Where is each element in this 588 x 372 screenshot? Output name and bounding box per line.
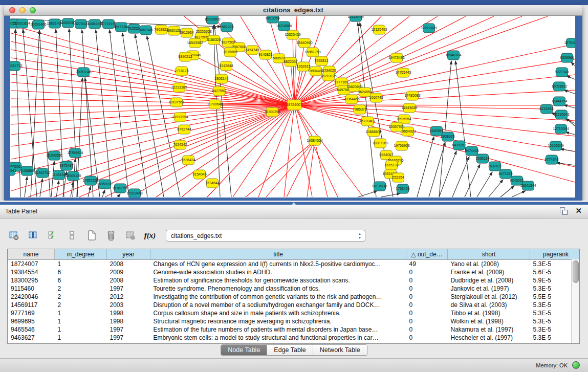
graph-node[interactable]: 16033809 — [204, 16, 220, 24]
table-row[interactable]: 977716911998Corpus callosum shape and si… — [8, 309, 580, 317]
graph-node[interactable]: 18640910 — [296, 38, 312, 48]
graph-node[interactable]: 16782759 — [112, 184, 128, 193]
graph-node[interactable]: 11543639 — [402, 103, 418, 113]
graph-node[interactable]: 6466160 — [88, 19, 101, 29]
graph-node[interactable]: 20364456 — [343, 95, 359, 104]
function-builder-icon[interactable]: f(x) — [143, 229, 157, 242]
table-settings-icon[interactable] — [7, 229, 20, 242]
column-header-title[interactable]: title — [150, 249, 406, 260]
graph-node[interactable]: 9975487 — [59, 161, 73, 170]
graph-node[interactable]: 16543982 — [187, 38, 203, 48]
graph-node[interactable]: 8471676 — [498, 169, 512, 179]
graph-node[interactable]: 7632621 — [488, 162, 502, 171]
tab-network-table[interactable]: Network Table — [313, 345, 367, 355]
graph-node[interactable]: 16210643 — [553, 110, 569, 119]
graph-node[interactable]: 18724007 — [286, 100, 302, 110]
graph-node[interactable]: 7634544 — [205, 179, 219, 188]
graph-node[interactable]: 7963822 — [154, 25, 168, 34]
column-header-out_de[interactable]: △ out_de… — [406, 249, 448, 260]
graph-node[interactable]: 20691406 — [30, 20, 46, 29]
network-graph-svg[interactable]: 1872400779638228960128891293423226058982… — [10, 16, 575, 198]
column-header-year[interactable]: year — [107, 249, 150, 260]
graph-node[interactable]: 8912934 — [180, 28, 193, 37]
graph-node[interactable]: 19473493 — [388, 53, 404, 62]
graph-node[interactable]: 12444154 — [551, 97, 567, 106]
graph-node[interactable]: 11700649 — [207, 100, 223, 109]
graph-node[interactable]: 13505135 — [65, 171, 81, 181]
graph-node[interactable]: 18807263 — [372, 139, 388, 148]
graph-node[interactable]: 7857223 — [220, 23, 233, 32]
column-visibility-icon[interactable] — [27, 229, 40, 242]
graph-node[interactable]: 12103349 — [548, 141, 563, 150]
graph-node[interactable]: 8813054 — [266, 16, 279, 23]
tab-edge-table[interactable]: Edge Table — [267, 345, 313, 355]
table-row[interactable]: 911546021997Tourette syndrome. Phenomeno… — [8, 285, 580, 293]
graph-node[interactable]: 9154045 — [192, 170, 206, 179]
graph-node[interactable]: 16210725 — [320, 72, 336, 81]
graph-node[interactable]: 12342757 — [34, 168, 50, 178]
graph-node[interactable]: 1145194 — [52, 170, 66, 180]
graph-node[interactable]: 12125449 — [347, 16, 363, 21]
graph-node[interactable]: 29053346 — [75, 68, 91, 77]
graph-node[interactable]: 3875685 — [223, 48, 237, 57]
graph-node[interactable]: 9474444 — [465, 146, 478, 156]
tab-node-table[interactable]: Node Table — [221, 345, 267, 355]
table-row[interactable]: 1830029562008Estimation of significance … — [8, 276, 580, 285]
graph-node[interactable]: 1060748 — [369, 93, 383, 102]
graph-node[interactable]: 20206556 — [46, 151, 62, 160]
column-header-pagerank[interactable]: pagerank — [530, 249, 580, 260]
graph-node[interactable]: 18300295 — [264, 107, 280, 117]
graph-node[interactable]: 10688609 — [365, 127, 381, 137]
graph-node[interactable]: 18107551 — [168, 98, 184, 107]
table-selector[interactable]: citations_edges.txt ▲▼ — [166, 230, 365, 242]
graph-node[interactable]: 8427552 — [212, 86, 226, 96]
graph-node[interactable]: 7624542 — [173, 140, 187, 149]
graph-node[interactable]: 7636434 — [181, 156, 195, 165]
table-row[interactable]: 1456911722003Disruption of a novel membe… — [8, 301, 580, 309]
graph-node[interactable]: 2935114 — [476, 154, 490, 163]
graph-node[interactable]: 8762744 — [177, 125, 191, 134]
graph-node[interactable]: 7955812 — [314, 56, 328, 65]
graph-node[interactable]: 2718176 — [175, 67, 188, 76]
close-panel-button[interactable]: ✕ — [575, 206, 582, 215]
graph-node[interactable]: 8454749 — [245, 46, 259, 55]
table-row[interactable]: 1872400712008Changes of HCN gene express… — [8, 260, 580, 269]
graph-node[interactable]: 8215953 — [539, 104, 553, 114]
column-header-short[interactable]: short — [448, 249, 530, 260]
graph-node[interactable]: 8186328 — [207, 35, 221, 45]
graph-node[interactable]: 1640954 — [429, 126, 443, 136]
graph-node[interactable]: 9227343 — [555, 68, 569, 77]
graph-node[interactable]: 12710344 — [553, 124, 569, 134]
graph-node[interactable]: 1156869 — [20, 166, 34, 176]
graph-node[interactable]: 12923448 — [126, 189, 142, 198]
table-row[interactable]: 2242004622012Investigating the contribut… — [8, 293, 580, 301]
graph-node[interactable]: 19756928 — [394, 141, 409, 150]
graph-node[interactable]: 15057974 — [388, 122, 404, 132]
import-table-icon[interactable] — [124, 229, 137, 242]
graph-node[interactable]: 16958107 — [97, 180, 113, 189]
graph-node[interactable]: 9329966 — [560, 53, 574, 62]
table-row[interactable]: 969969511998Structural magnetic resonanc… — [8, 317, 580, 325]
graph-node[interactable]: 10841344 — [520, 181, 536, 190]
column-header-in_degree[interactable]: in_degree — [55, 249, 107, 260]
graph-node[interactable]: 12125493 — [371, 25, 387, 34]
graph-node[interactable]: 15276021 — [73, 19, 89, 29]
table-row[interactable]: 946362711997Embryonic stem cells: a mode… — [8, 334, 580, 342]
delete-table-icon[interactable] — [104, 229, 118, 242]
graph-node[interactable]: 16961758 — [304, 48, 320, 57]
graph-node[interactable]: 2803144 — [214, 74, 228, 83]
graph-node[interactable]: 20531713 — [10, 61, 23, 71]
graph-node[interactable]: 9242848 — [219, 61, 233, 71]
clear-selection-icon[interactable] — [66, 229, 79, 242]
graph-node[interactable]: 252254 — [392, 173, 404, 182]
column-header-name[interactable]: name — [8, 249, 55, 260]
graph-node[interactable]: 19218506 — [276, 21, 292, 31]
graph-node[interactable]: 14755443 — [395, 68, 411, 77]
graph-node[interactable]: 17359924 — [67, 148, 83, 158]
table-row[interactable]: 946554611997Estimation of the future num… — [8, 325, 580, 334]
vertical-scrollbar[interactable] — [571, 259, 579, 343]
graph-node[interactable]: 45720407 — [359, 117, 375, 126]
graph-node[interactable]: 21913994 — [172, 113, 188, 122]
graph-node[interactable]: 6774343 — [545, 155, 558, 164]
graph-node[interactable]: 19384554 — [307, 136, 322, 145]
